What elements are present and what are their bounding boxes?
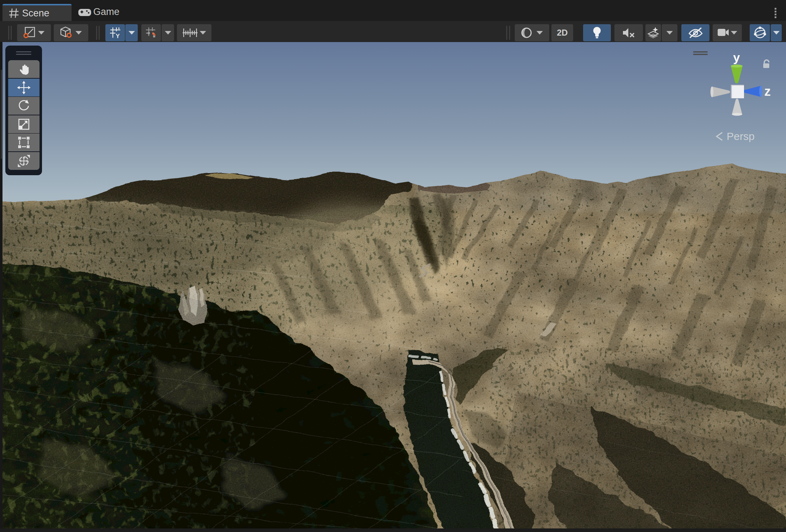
svg-text:y: y (733, 51, 740, 64)
svg-text:z: z (764, 84, 771, 99)
svg-text:Y: Y (116, 33, 120, 39)
